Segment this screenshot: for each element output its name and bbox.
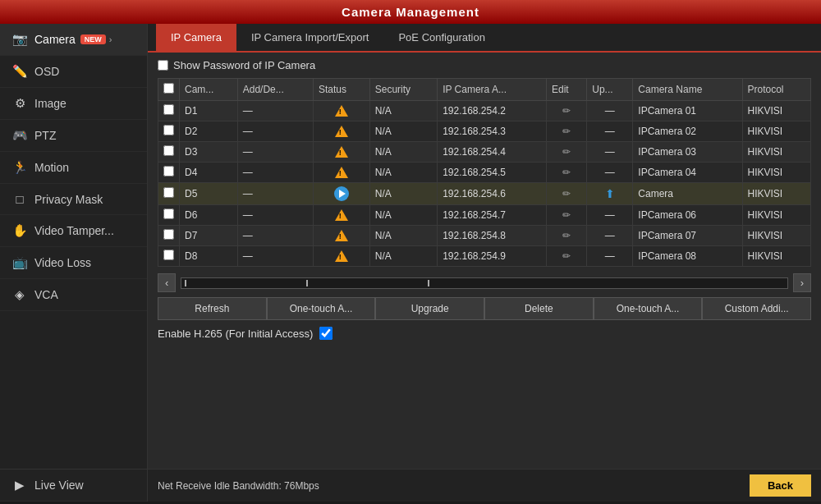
edit-D5[interactable]: ✏ [547, 183, 587, 205]
cam-id-D1: D1 [180, 101, 238, 121]
sidebar-label-image: Image [34, 97, 67, 110]
edit-pencil-icon[interactable]: ✏ [562, 105, 571, 117]
sidebar-icon-privacy-mask: □ [11, 192, 28, 206]
checkbox-D3[interactable] [163, 145, 174, 156]
table-row: D1—N/A192.168.254.2✏—IPCamera 01HIKVISI [158, 101, 811, 121]
tab-ip-camera[interactable]: IP Camera [156, 24, 236, 51]
page-title: Camera Management [342, 5, 479, 19]
h265-checkbox[interactable] [319, 327, 333, 340]
security-D8: N/A [369, 246, 437, 267]
checkbox-D6[interactable] [163, 208, 174, 219]
status-D3 [313, 142, 369, 163]
sidebar-item-vca[interactable]: ◈VCA [0, 279, 147, 311]
scroll-marker-1 [185, 280, 186, 286]
security-D2: N/A [369, 121, 437, 142]
sidebar-item-video-loss[interactable]: 📺Video Loss [0, 247, 147, 279]
status-D5 [313, 183, 369, 205]
protocol-D4: HIKVISI [742, 163, 811, 183]
sidebar-item-osd[interactable]: ✏️OSD [0, 56, 147, 88]
edit-pencil-icon[interactable]: ✏ [562, 126, 571, 137]
action-btn-one-touch-a-1[interactable]: One-touch A... [267, 297, 376, 320]
cam-id-D6: D6 [180, 205, 238, 226]
sidebar-item-privacy-mask[interactable]: □Privacy Mask [0, 184, 147, 215]
sidebar-label-video-tamper: Video Tamper... [34, 224, 114, 237]
tab-poe-config[interactable]: PoE Configuration [383, 24, 500, 51]
sidebar-label-vca: VCA [34, 288, 58, 301]
bandwidth-label: Net Receive Idle Bandwidth: 76Mbps [158, 480, 319, 492]
edit-pencil-icon[interactable]: ✏ [562, 167, 571, 178]
scroll-marker-2 [306, 280, 308, 286]
status-D4 [313, 163, 369, 183]
protocol-D2: HIKVISI [742, 121, 811, 142]
sidebar-item-video-tamper[interactable]: ✋Video Tamper... [0, 215, 147, 247]
edit-pencil-icon[interactable]: ✏ [562, 146, 571, 158]
cam-name-D8: IPCamera 08 [633, 246, 742, 267]
edit-pencil-icon[interactable]: ✏ [562, 209, 571, 221]
add-del-D2: — [237, 121, 313, 142]
row-checkbox-D7 [158, 226, 180, 246]
scroll-right-button[interactable]: › [793, 273, 811, 292]
cam-id-D2: D2 [180, 121, 238, 142]
back-button[interactable]: Back [750, 474, 811, 497]
ip-D2: 192.168.254.3 [438, 121, 547, 142]
action-btn-one-touch-a-2[interactable]: One-touch A... [594, 297, 703, 320]
checkbox-D5[interactable] [163, 187, 174, 198]
sidebar-item-image[interactable]: ⚙Image [0, 88, 147, 120]
sidebar-items-container: 📷CameraNEW›✏️OSD⚙Image🎮PTZ🏃Motion□Privac… [0, 24, 147, 311]
checkbox-D4[interactable] [163, 166, 174, 176]
checkbox-D1[interactable] [163, 104, 174, 115]
sidebar-icon-motion: 🏃 [11, 160, 28, 175]
edit-pencil-icon[interactable]: ✏ [562, 250, 571, 262]
sidebar-item-live-view[interactable]: ▶ Live View [0, 470, 147, 502]
sidebar-item-ptz[interactable]: 🎮PTZ [0, 120, 147, 152]
checkbox-D7[interactable] [163, 229, 174, 240]
status-D8 [313, 246, 369, 267]
row-checkbox-D5 [158, 183, 180, 205]
scroll-left-button[interactable]: ‹ [158, 273, 176, 292]
edit-D2[interactable]: ✏ [547, 121, 587, 142]
checkbox-D2[interactable] [163, 125, 174, 135]
protocol-D6: HIKVISI [742, 205, 811, 226]
chevron-camera: › [109, 34, 112, 44]
checkbox-D8[interactable] [163, 250, 174, 260]
main-layout: 📷CameraNEW›✏️OSD⚙Image🎮PTZ🏃Motion□Privac… [0, 24, 821, 502]
scroll-marker-3 [428, 280, 429, 286]
edit-D3[interactable]: ✏ [547, 142, 587, 163]
edit-pencil-icon[interactable]: ✏ [562, 230, 571, 241]
edit-D6[interactable]: ✏ [547, 205, 587, 226]
status-D2 [313, 121, 369, 142]
security-D4: N/A [369, 163, 437, 183]
scroll-track[interactable] [181, 277, 787, 289]
th-col-8: Protocol [742, 79, 811, 101]
content-inner: Show Password of IP Camera Cam...Add/De.… [148, 53, 821, 469]
action-btn-refresh[interactable]: Refresh [158, 297, 267, 320]
sidebar-item-camera[interactable]: 📷CameraNEW› [0, 24, 147, 56]
sidebar-label-motion: Motion [34, 161, 69, 174]
select-all-checkbox[interactable] [163, 83, 174, 94]
edit-D8[interactable]: ✏ [547, 246, 587, 267]
sidebar-label-ptz: PTZ [34, 129, 56, 142]
scroll-bar-area: ‹ › [158, 273, 811, 292]
table-row: D8—N/A192.168.254.9✏—IPCamera 08HIKVISI [158, 246, 811, 267]
th-col-7: Camera Name [633, 79, 742, 101]
table-header-row: Cam...Add/De...StatusSecurityIP Camera A… [158, 79, 811, 101]
add-del-D4: — [237, 163, 313, 183]
sidebar-item-motion[interactable]: 🏃Motion [0, 152, 147, 184]
protocol-D7: HIKVISI [742, 226, 811, 246]
edit-D7[interactable]: ✏ [547, 226, 587, 246]
sidebar-icon-ptz: 🎮 [11, 128, 28, 143]
action-btn-custom-add[interactable]: Custom Addi... [702, 297, 811, 320]
edit-D1[interactable]: ✏ [547, 101, 587, 121]
tab-ip-camera-import[interactable]: IP Camera Import/Export [236, 24, 384, 51]
th-col-5: Edit [547, 79, 587, 101]
action-btn-upgrade[interactable]: Upgrade [375, 297, 484, 320]
show-password-checkbox[interactable] [158, 60, 168, 71]
action-btn-delete[interactable]: Delete [484, 297, 594, 320]
edit-pencil-icon[interactable]: ✏ [562, 188, 571, 199]
security-D1: N/A [369, 101, 437, 121]
edit-D4[interactable]: ✏ [547, 163, 587, 183]
row-checkbox-D6 [158, 205, 180, 226]
title-bar: Camera Management [0, 0, 821, 24]
h265-label: Enable H.265 (For Initial Access) [158, 328, 313, 340]
cam-name-D4: IPCamera 04 [633, 163, 742, 183]
